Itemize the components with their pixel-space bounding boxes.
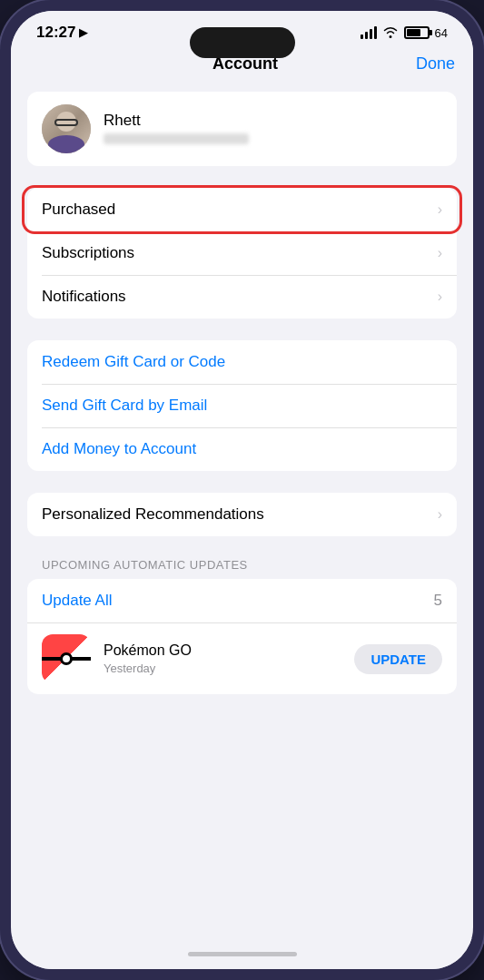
- redeem-gift-card-item[interactable]: Redeem Gift Card or Code: [27, 340, 457, 384]
- pokemon-icon: [42, 634, 91, 683]
- avatar: [42, 104, 91, 153]
- gift-card-section: Redeem Gift Card or Code Send Gift Card …: [27, 340, 457, 471]
- signal-bars: [361, 26, 377, 39]
- update-all-label: Update All: [42, 592, 113, 610]
- notifications-label: Notifications: [42, 288, 126, 306]
- menu-section: Purchased › Subscriptions › Notification…: [27, 188, 457, 318]
- upcoming-updates-section: UPCOMING AUTOMATIC UPDATES Update All 5: [27, 558, 457, 694]
- battery-icon: [404, 26, 430, 39]
- pokeball-center: [60, 652, 73, 665]
- content-area: Rhett Purchased › Subscriptions ›: [11, 84, 473, 938]
- upcoming-updates-header: UPCOMING AUTOMATIC UPDATES: [27, 558, 457, 579]
- table-row: Pokémon GO Yesterday UPDATE: [27, 623, 457, 694]
- app-info: Pokémon GO Yesterday: [104, 642, 341, 675]
- purchased-label: Purchased: [42, 201, 115, 219]
- avatar-image: [42, 104, 91, 153]
- update-all-row[interactable]: Update All 5: [27, 579, 457, 623]
- update-button[interactable]: UPDATE: [354, 644, 442, 674]
- dynamic-island: [190, 27, 295, 58]
- recommendations-label: Personalized Recommendations: [42, 505, 264, 524]
- app-date: Yesterday: [104, 662, 341, 675]
- update-count: 5: [434, 592, 442, 610]
- add-money-item[interactable]: Add Money to Account: [27, 427, 457, 471]
- send-gift-card-label: Send Gift Card by Email: [42, 397, 207, 414]
- time-display: 12:27: [36, 24, 75, 42]
- app-name: Pokémon GO: [104, 642, 341, 659]
- blurred-email: [104, 133, 249, 144]
- phone-frame: 12:27 ▶: [0, 0, 484, 980]
- subscriptions-chevron: ›: [438, 245, 442, 261]
- updates-list: Update All 5 Pokémon GO Yesterday: [27, 579, 457, 694]
- signal-bar-1: [361, 34, 363, 39]
- subscriptions-item[interactable]: Subscriptions ›: [27, 231, 457, 275]
- signal-bar-3: [370, 29, 372, 39]
- purchased-chevron: ›: [438, 201, 442, 218]
- wifi-icon: [382, 25, 399, 41]
- send-gift-card-item[interactable]: Send Gift Card by Email: [27, 384, 457, 427]
- account-email: [104, 133, 442, 147]
- home-indicator: [11, 938, 473, 969]
- signal-bar-4: [374, 26, 377, 39]
- home-bar: [188, 952, 297, 956]
- purchased-item[interactable]: Purchased ›: [27, 188, 457, 231]
- recommendations-section: Personalized Recommendations ›: [27, 493, 457, 536]
- notifications-item[interactable]: Notifications ›: [27, 275, 457, 318]
- app-icon-pokemon: [42, 634, 91, 683]
- account-info: Rhett: [104, 112, 442, 147]
- done-button[interactable]: Done: [416, 54, 455, 74]
- signal-bar-2: [365, 32, 368, 39]
- account-name: Rhett: [104, 112, 442, 130]
- battery-fill: [407, 29, 420, 36]
- phone-screen: 12:27 ▶: [11, 11, 473, 969]
- redeem-gift-card-label: Redeem Gift Card or Code: [42, 353, 225, 370]
- account-card: Rhett: [27, 92, 457, 166]
- location-icon: ▶: [79, 26, 87, 39]
- avatar-glasses: [54, 119, 78, 126]
- recommendations-item[interactable]: Personalized Recommendations ›: [27, 493, 457, 536]
- add-money-label: Add Money to Account: [42, 440, 196, 457]
- notifications-chevron: ›: [438, 289, 442, 305]
- battery-percent: 64: [435, 26, 448, 40]
- recommendations-chevron: ›: [438, 506, 442, 523]
- subscriptions-label: Subscriptions: [42, 244, 134, 262]
- status-time: 12:27 ▶: [36, 24, 87, 42]
- status-icons: 64: [361, 25, 448, 41]
